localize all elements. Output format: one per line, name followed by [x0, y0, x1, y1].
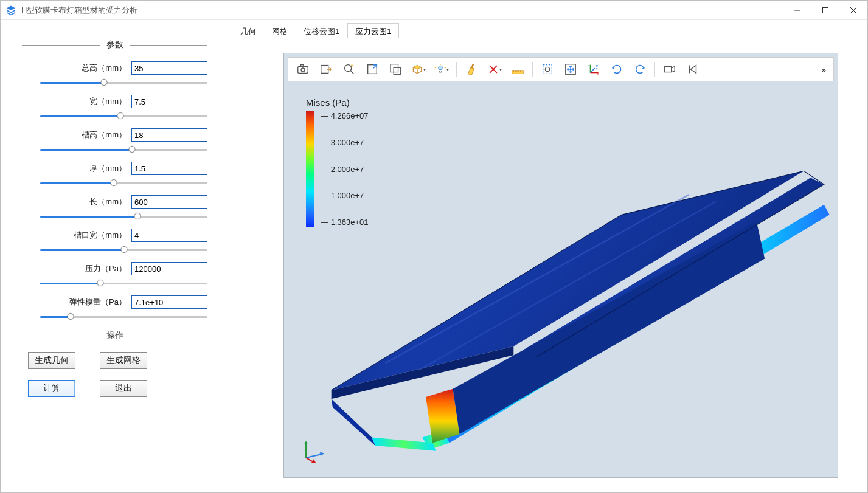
delete-icon[interactable]: ▾	[484, 60, 505, 79]
section-header-ops: 操作	[22, 330, 207, 341]
param-input-elastic-modulus[interactable]	[131, 295, 207, 309]
param-label: 长（mm）	[89, 196, 127, 207]
svg-line-9	[350, 71, 354, 74]
clear-icon[interactable]	[460, 60, 482, 79]
tab-stress-1[interactable]: 应力云图1	[347, 23, 399, 38]
param-slider[interactable]	[40, 77, 207, 89]
svg-line-49	[306, 454, 322, 458]
svg-rect-6	[300, 65, 304, 67]
svg-point-13	[439, 66, 443, 70]
tab-mesh[interactable]: 网格	[264, 23, 296, 38]
param-slider[interactable]	[40, 143, 207, 156]
fea-model-view	[284, 120, 838, 493]
svg-text:z: z	[588, 63, 590, 67]
viewer[interactable]: ▾ ▾ ▾ zyx »	[283, 53, 838, 478]
param-slider[interactable]	[40, 277, 207, 289]
svg-text:y: y	[596, 64, 599, 69]
export-icon[interactable]	[315, 60, 337, 79]
param-label: 槽口宽（mm）	[74, 230, 127, 241]
close-button[interactable]	[839, 1, 867, 20]
param-input-width[interactable]	[131, 95, 207, 108]
param-label: 宽（mm）	[89, 96, 127, 107]
marquee-icon[interactable]	[536, 60, 558, 79]
window-title: H型软膜卡布灯箱型材的受力分析	[21, 5, 137, 16]
tabs: 几何 网格 位移云图1 应力云图1	[229, 22, 867, 38]
section-label: 操作	[100, 330, 130, 341]
param-input-total-height[interactable]	[131, 61, 207, 75]
svg-rect-1	[823, 7, 828, 13]
section-header-params: 参数	[22, 40, 207, 50]
rotate-ccw-icon[interactable]	[629, 60, 651, 79]
toolbar-separator	[456, 62, 457, 77]
param-label: 总高（mm）	[82, 63, 127, 74]
viewer-toolbar: ▾ ▾ ▾ zyx »	[288, 57, 834, 81]
generate-mesh-button[interactable]: 生成网格	[100, 352, 147, 369]
param-slider[interactable]	[40, 311, 207, 323]
svg-rect-4	[298, 66, 308, 73]
axes-icon[interactable]: zyx	[583, 60, 605, 79]
svg-marker-50	[320, 452, 324, 456]
svg-rect-12	[394, 67, 400, 74]
svg-text:x: x	[597, 71, 600, 75]
compute-button[interactable]: 计算	[28, 380, 75, 397]
skip-start-icon[interactable]	[682, 60, 704, 79]
svg-line-31	[591, 68, 595, 72]
param-row: 宽（mm）	[22, 95, 207, 122]
param-slider[interactable]	[40, 210, 207, 222]
orientation-triad-icon	[301, 438, 325, 463]
param-slider[interactable]	[40, 177, 207, 189]
generate-geometry-button[interactable]: 生成几何	[28, 352, 75, 369]
svg-marker-48	[304, 441, 308, 444]
transparency-icon[interactable]: ▾	[408, 60, 429, 79]
param-input-slot-width[interactable]	[131, 229, 207, 242]
maximize-button[interactable]	[811, 1, 839, 20]
svg-point-27	[545, 67, 549, 71]
legend-tick: 4.266e+07	[321, 111, 368, 120]
toolbar-more-icon[interactable]: »	[818, 65, 830, 74]
param-input-length[interactable]	[131, 195, 207, 209]
param-row: 弹性模量（Pa）	[22, 295, 207, 323]
param-row: 槽口宽（mm）	[22, 229, 207, 256]
window-controls	[783, 1, 867, 20]
camera-icon[interactable]	[292, 60, 314, 79]
param-row: 槽高（mm）	[22, 128, 207, 156]
zoom-box-icon[interactable]	[361, 60, 383, 79]
svg-rect-26	[543, 65, 552, 74]
param-input-pressure[interactable]	[131, 262, 207, 275]
param-slider[interactable]	[40, 244, 207, 256]
exit-button[interactable]: 退出	[100, 380, 147, 397]
fit-view-icon[interactable]	[560, 60, 582, 79]
main-area: 几何 网格 位移云图1 应力云图1 ▾ ▾ ▾	[229, 20, 867, 492]
param-label: 槽高（mm）	[82, 129, 127, 140]
param-input-thickness[interactable]	[131, 162, 207, 175]
video-camera-icon[interactable]	[659, 60, 681, 79]
sidebar: 参数 总高（mm） 宽（mm） 槽高（mm）	[1, 20, 229, 492]
section-label: 参数	[100, 40, 130, 50]
select-box-icon[interactable]	[384, 60, 406, 79]
param-slider[interactable]	[40, 110, 207, 122]
svg-rect-17	[471, 64, 474, 69]
param-label: 弹性模量（Pa）	[69, 297, 127, 308]
param-row: 总高（mm）	[22, 61, 207, 89]
svg-rect-35	[665, 66, 672, 72]
param-input-slot-height[interactable]	[131, 128, 207, 142]
param-row: 厚（mm）	[22, 162, 207, 189]
titlebar: H型软膜卡布灯箱型材的受力分析	[1, 1, 867, 20]
minimize-button[interactable]	[783, 1, 811, 20]
param-row: 长（mm）	[22, 195, 207, 222]
measure-icon[interactable]	[507, 60, 529, 79]
toolbar-separator	[654, 62, 655, 77]
rotate-cw-icon[interactable]	[606, 60, 628, 79]
fast-zoom-icon[interactable]	[338, 60, 360, 79]
svg-point-5	[301, 68, 305, 72]
light-icon[interactable]: ▾	[431, 60, 453, 79]
toolbar-separator	[532, 62, 533, 77]
app-icon	[5, 5, 16, 16]
svg-marker-46	[332, 399, 375, 446]
svg-rect-11	[391, 64, 398, 72]
param-label: 压力（Pa）	[85, 263, 127, 274]
param-label: 厚（mm）	[89, 163, 127, 174]
legend-title: Mises (Pa)	[306, 97, 368, 108]
tab-displacement-1[interactable]: 位移云图1	[296, 23, 347, 38]
tab-geometry[interactable]: 几何	[232, 23, 264, 38]
